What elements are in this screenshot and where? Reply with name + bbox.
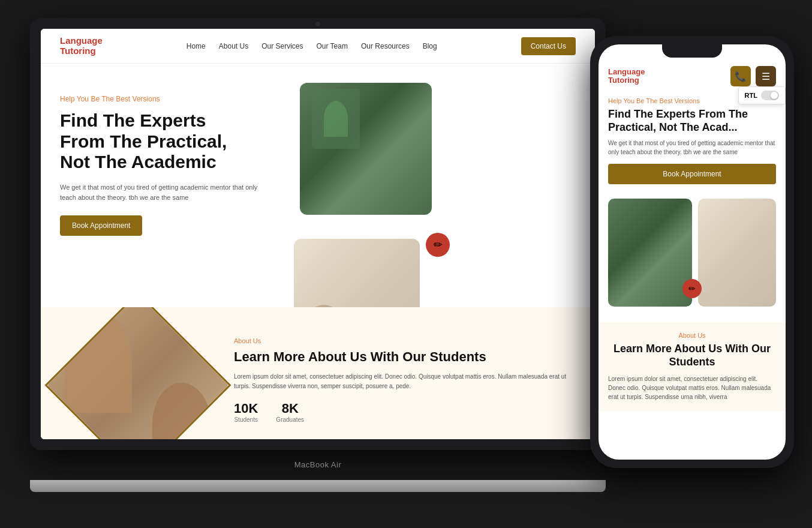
nav-services[interactable]: Our Services [261, 42, 303, 50]
hero-section: Help You Be The Best Versions Find The E… [41, 64, 595, 307]
about-title: Learn More About Us With Our Students [234, 349, 576, 365]
contact-button[interactable]: Contact Us [521, 37, 576, 55]
phone-pen-icon: ✏ [682, 279, 702, 298]
about-description: Lorem ipsum dolor sit amet, consectetuer… [234, 372, 576, 391]
phone-about-desc: Lorem ipsum dolor sit amet, consectetuer… [608, 374, 776, 401]
rtl-label: RTL [745, 92, 757, 99]
phone-image-students [698, 199, 776, 307]
stats-row: 10K Students 8K Graduates [234, 401, 576, 423]
macbook-camera [315, 22, 320, 26]
phone-brand-line2: Tutoring [608, 76, 645, 85]
nav-blog[interactable]: Blog [423, 42, 437, 50]
phone-hero-desc: We get it that most of you tired of gett… [608, 139, 776, 157]
phone-content: Language Tutoring 📞 ☰ RTL [599, 44, 786, 460]
brand-line1: Language [60, 36, 103, 46]
book-appointment-button[interactable]: Book Appointment [60, 215, 142, 236]
phone-about-title: Learn More About Us With Our Students [608, 343, 776, 368]
stat-graduates-number: 8K [276, 401, 304, 416]
stat-graduates: 8K Graduates [276, 401, 304, 423]
phone-brand: Language Tutoring [608, 68, 645, 85]
macbook-bezel: Language Tutoring Home About Us Our Serv… [30, 18, 606, 450]
hero-image-teaching [300, 83, 432, 215]
about-section: About Us Learn More About Us With Our St… [41, 307, 595, 439]
about-image [60, 331, 216, 415]
about-content: About Us Learn More About Us With Our St… [234, 331, 576, 415]
rtl-toggle[interactable]: RTL [738, 86, 786, 104]
hero-left: Help You Be The Best Versions Find The E… [60, 83, 300, 307]
phone-device: Language Tutoring 📞 ☰ RTL [590, 36, 794, 468]
toggle-switch[interactable] [761, 91, 779, 100]
hero-tagline: Help You Be The Best Versions [60, 95, 300, 103]
phone-notch [662, 44, 722, 58]
phone-header-icons: 📞 ☰ [730, 66, 776, 86]
hero-description: We get it that most of you tired of gett… [60, 182, 264, 203]
nav-home[interactable]: Home [187, 42, 206, 50]
phone-book-button[interactable]: Book Appointment [608, 164, 776, 184]
phone-brand-line1: Language [608, 68, 645, 76]
phone-hero-text: Help You Be The Best Versions Find The E… [599, 91, 786, 190]
navbar: Language Tutoring Home About Us Our Serv… [41, 29, 595, 64]
website-content: Language Tutoring Home About Us Our Serv… [41, 29, 595, 439]
nav-team[interactable]: Our Team [317, 42, 348, 50]
macbook-label: MacBook Air [294, 460, 341, 469]
brand-logo: Language Tutoring [60, 36, 103, 56]
hero-image-students [294, 239, 420, 307]
phone-about-label: About Us [608, 332, 776, 339]
macbook-device: Language Tutoring Home About Us Our Serv… [30, 18, 606, 510]
macbook-base: MacBook Air [30, 480, 606, 492]
stat-students-number: 10K [234, 401, 258, 416]
nav-resources[interactable]: Our Resources [361, 42, 410, 50]
phone-hero-title: Find The Experts From The Practical, Not… [608, 108, 776, 134]
stat-students-label: Students [234, 416, 258, 423]
phone-menu-icon[interactable]: ☰ [756, 66, 776, 86]
diamond-photo [48, 307, 228, 439]
about-label: About Us [234, 337, 576, 344]
stat-graduates-label: Graduates [276, 416, 304, 423]
toggle-knob [771, 92, 778, 99]
phone-about-section: About Us Learn More About Us With Our St… [599, 322, 786, 411]
nav-about[interactable]: About Us [219, 42, 248, 50]
diamond-frame [44, 307, 231, 439]
stat-students: 10K Students [234, 401, 258, 423]
phone-images: ✏ [599, 190, 786, 322]
phone-screen: Language Tutoring 📞 ☰ RTL [599, 44, 786, 460]
brand-line2: Tutoring [60, 46, 103, 56]
hero-images: ✏ [300, 83, 576, 275]
pen-icon: ✏ [426, 233, 450, 257]
nav-links: Home About Us Our Services Our Team Our … [187, 42, 437, 50]
phone-call-icon[interactable]: 📞 [730, 66, 751, 86]
phone-image-teaching [608, 199, 692, 307]
hero-title: Find The Experts From The Practical, Not… [60, 110, 300, 173]
macbook-screen: Language Tutoring Home About Us Our Serv… [41, 29, 595, 439]
